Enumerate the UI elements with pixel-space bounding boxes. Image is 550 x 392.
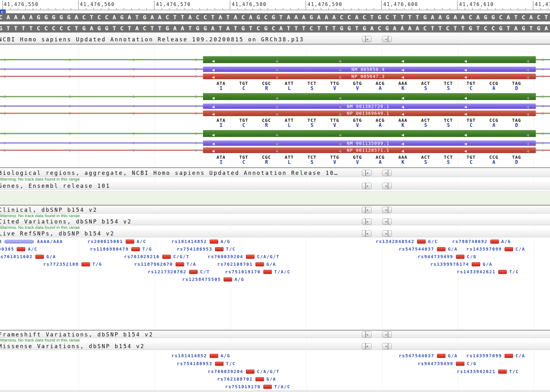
strand-arrow-icon: ◀ (275, 59, 278, 63)
page-last-button[interactable]: ▶ (382, 343, 392, 349)
amino-acid-label: S (310, 122, 313, 128)
strand-arrow-icon: ◀ (541, 67, 543, 71)
page-first-button[interactable]: ◀ (362, 230, 372, 237)
missense-snp-item[interactable]: rs754186953T/C (177, 361, 236, 366)
refsnp-item[interactable]: rs761811602G/A (0, 254, 56, 259)
refsnp-item[interactable]: rs1258475505A/G (182, 277, 244, 282)
refsnp-item[interactable]: rs181414852A/G (171, 239, 230, 244)
sequence-letter: C (35, 24, 42, 33)
refsnp-item[interactable]: rs1217320762C/T (148, 269, 210, 274)
missense-snp-item[interactable]: rs547544037G/A (399, 353, 457, 358)
snp-alleles: A/G (221, 239, 230, 244)
sequence-letter: G (0, 24, 4, 33)
page-first-button[interactable]: ◀ (362, 183, 372, 189)
refsnp-item[interactable]: rs754186953T/C (177, 246, 236, 252)
page-last-button[interactable]: ▶ (382, 230, 392, 237)
sequence-letter: C (262, 13, 270, 21)
sequence-letter: G (103, 24, 111, 33)
missense-snp-item[interactable]: rs751019170T/A/C (225, 384, 290, 389)
intron-line (0, 150, 203, 151)
strand-arrow-icon: ◀ (68, 148, 70, 152)
sequence-letter: A (88, 24, 95, 33)
snp-alleles: G/A (448, 353, 458, 358)
variant-marker (498, 370, 507, 374)
refsnp-item[interactable]: rs547544037G/A (399, 246, 457, 252)
refsnp-item[interactable]: 3AAAA/AAA (0, 239, 63, 244)
strand-arrow-icon: ◀ (212, 96, 214, 100)
strand-arrow-icon: ◀ (541, 148, 543, 152)
gene-bar[interactable] (203, 56, 536, 63)
refsnp-item[interactable]: rs944739499C/G (418, 254, 476, 259)
gene-bar[interactable] (203, 93, 536, 100)
refsnp-item[interactable]: rs1433942621T/C (457, 269, 519, 274)
sequence-letter: C (376, 24, 383, 33)
missense-snp-item[interactable]: rs1433942621T/C (457, 369, 519, 374)
refsnp-item[interactable]: rs143597099C/A (466, 246, 525, 252)
codon-label: TCT (308, 155, 316, 160)
refsnp-item[interactable]: rs1186980479T/G (90, 246, 152, 252)
strand-arrow-icon: ◀ (338, 104, 341, 109)
sequence-letter: T (406, 13, 414, 21)
sequence-letter: T (179, 13, 186, 21)
amino-acid-label: D (515, 122, 518, 128)
page-first-button[interactable]: ◀ (362, 207, 372, 213)
page-first-button[interactable]: ◀ (362, 170, 372, 176)
forward-strand-band[interactable]: CAAAAGGGGGACTCCAGATGAACTTACCTATACAGCGTAA… (0, 13, 550, 21)
sequence-letter: T (368, 13, 376, 21)
refsnp-item[interactable]: rs751019170T/A/C (225, 269, 290, 274)
track-title: NCBI Homo sapiens Updated Annotation Rel… (0, 36, 304, 43)
amino-acid-label: I (219, 122, 222, 128)
reverse-strand-band[interactable]: GTTTTCCCCCTGAGGTCTACTTGAATGGATATGTCGCATT… (0, 24, 550, 33)
refsnp-item[interactable]: rs772352108T/G (43, 262, 102, 267)
refsnp-item[interactable]: rs762108701G/A (217, 262, 276, 267)
snp-alleles: G/A (266, 262, 276, 267)
codon-label: TGT (467, 155, 475, 160)
refsnp-item[interactable]: rs780740692A/G (452, 239, 511, 244)
snp-alleles: T/A/C (274, 384, 290, 389)
page-last-button[interactable]: ▶ (382, 170, 392, 176)
refsnp-item[interactable]: rs1399976174G/A (430, 262, 492, 267)
strand-arrow-icon: ◀ (275, 75, 278, 79)
strand-arrow-icon: ◀ (131, 67, 134, 71)
sequence-letter: G (262, 24, 270, 33)
page-first-button[interactable]: ◀ (362, 343, 372, 349)
snp-alleles: C/A/G/T (257, 369, 280, 374)
refsnp-item[interactable]: rs1187962670T/A (134, 262, 196, 267)
amino-acid-label: R (265, 122, 268, 128)
refsnp-item[interactable]: rs1342840542G/C (376, 239, 438, 244)
snp-id: rs760039204 (208, 254, 243, 259)
page-first-button[interactable]: ◀ (362, 36, 372, 42)
page-last-icon: ▶ (386, 183, 388, 189)
refsnp-item[interactable]: rs200615061A/C (87, 239, 146, 244)
strand-arrow-icon: ◀ (3, 67, 5, 71)
intron-line (0, 96, 203, 97)
page-last-button[interactable]: ▶ (382, 331, 392, 338)
amino-acid-label: A (492, 122, 495, 128)
page-last-button[interactable]: ▶ (382, 207, 392, 213)
intron-line (0, 142, 203, 144)
sequence-letter: A (398, 24, 406, 33)
strand-arrow-icon: ◀ (3, 74, 5, 78)
strand-arrow-icon: ◀ (131, 140, 134, 145)
page-first-button[interactable]: ◀ (362, 218, 372, 225)
missense-snp-item[interactable]: rs143597099C/A (466, 353, 525, 358)
missense-snp-item[interactable]: rs760039204C/A/G/T (208, 369, 279, 374)
missense-snp-item[interactable]: rs762108701G/A (217, 377, 276, 382)
missense-snp-item[interactable]: rs944739499C/G (418, 361, 476, 366)
refsnp-item[interactable]: 00385A/C (0, 246, 38, 252)
refsnp-item[interactable]: rs761029216C/G/T (124, 254, 189, 259)
page-last-button[interactable]: ▶ (382, 36, 392, 42)
codon-label: CGC (262, 81, 271, 86)
page-last-button[interactable]: ▶ (382, 218, 392, 225)
refsnp-item[interactable]: rs760039204C/A/G/T (208, 254, 279, 259)
codon-label: CCG (489, 118, 498, 123)
track-title: Genes, Ensembl release 101 (0, 183, 111, 189)
page-first-button[interactable]: ◀ (362, 331, 372, 338)
codon-label: ATT (285, 155, 294, 160)
snp-id: rs1217320762 (148, 269, 187, 274)
gene-bar[interactable] (203, 130, 536, 137)
sequence-letter: A (217, 13, 224, 21)
missense-snp-item[interactable]: rs181414852A/G (171, 353, 230, 358)
sequence-letter: C (103, 13, 111, 21)
page-last-button[interactable]: ▶ (382, 183, 392, 189)
